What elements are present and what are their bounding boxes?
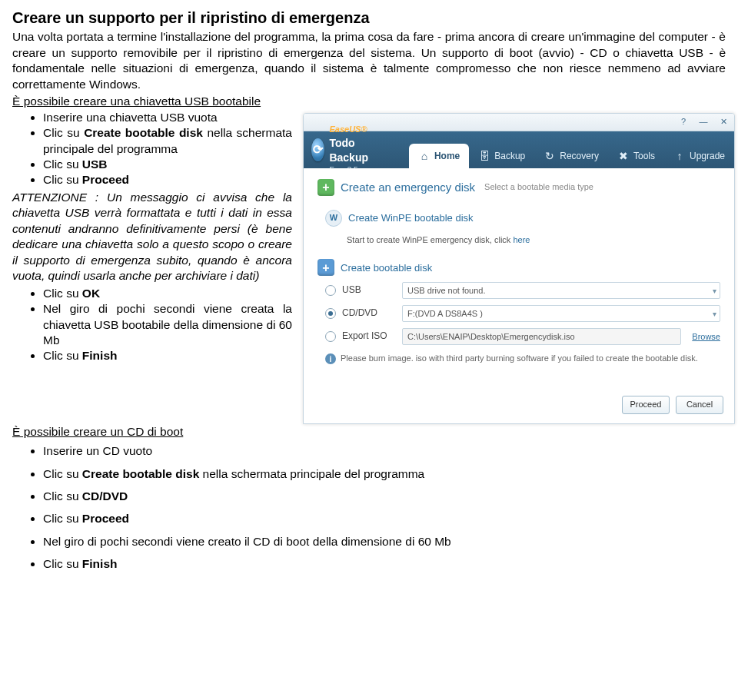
tools-icon: ✖ (617, 151, 630, 163)
tab-tools[interactable]: ✖ Tools (608, 144, 664, 168)
tab-home[interactable]: ⌂ Home (409, 144, 469, 168)
usb-step-2-pre: Clic su (43, 126, 84, 139)
cd-step-2-post: nella schermata principale del programma (199, 467, 424, 480)
radio-cddvd[interactable] (325, 308, 336, 319)
usb-step-7: Clic su Finish (43, 348, 292, 363)
tab-upgrade[interactable]: ↑ Upgrade (664, 144, 734, 168)
cd-step-1: Inserire un CD vuoto (43, 440, 726, 462)
note-text: Please burn image. iso with third party … (341, 353, 698, 364)
content-title: Create an emergency disk (341, 180, 475, 195)
field-cddvd-value: F:(DVD A DS8A4S ) (407, 308, 483, 320)
usb-step-5-bold: OK (82, 287, 100, 300)
usb-step-3-pre: Clic su (43, 158, 82, 171)
cd-step-3-pre: Clic su (43, 489, 82, 503)
usb-step-3: Clic su USB (43, 157, 292, 172)
label-cddvd: CD/DVD (342, 307, 396, 320)
start-text-part: Start to create WinPE emergency disk, cl… (347, 235, 513, 244)
logo-area: ⟳ EaseUS® Todo Backup Free 3.5 (304, 131, 403, 168)
app-window: ? — ✕ ⟳ EaseUS® Todo Backup Free 3.5 (303, 113, 735, 424)
radio-usb[interactable] (325, 285, 336, 296)
app-content: + Create an emergency disk Select a boot… (304, 168, 734, 390)
usb-step-2: Clic su Create bootable disk nella scher… (43, 125, 292, 157)
cd-step-4: Clic su Proceed (43, 507, 726, 529)
brand-name-2: Todo Backup (329, 137, 368, 164)
cd-step-5: Nel giro di pochi secondi viene creato i… (43, 530, 726, 552)
usb-step-5: Clic su OK (43, 286, 292, 301)
home-icon: ⌂ (418, 151, 430, 163)
minimize-icon[interactable]: — (697, 116, 710, 128)
cd-step-2-bold: Create bootable disk (82, 467, 199, 480)
usb-step-4-bold: Proceed (82, 173, 129, 186)
logo-icon: ⟳ (311, 138, 324, 161)
usb-step-6: Nel giro di pochi secondi viene creata l… (43, 301, 292, 348)
tab-upgrade-label: Upgrade (690, 151, 725, 163)
chevron-down-icon[interactable]: ▾ (713, 309, 716, 319)
winpe-icon: W (325, 210, 342, 227)
usb-step-7-bold: Finish (82, 349, 118, 362)
doc-title: Creare un supporto per il ripristino di … (12, 8, 726, 28)
field-usb-value: USB drive not found. (407, 285, 486, 297)
create-bootable-title: Create bootable disk (341, 261, 432, 274)
usb-section-heading: È possibile creare una chiavetta USB boo… (12, 94, 726, 109)
usb-step-1: Inserire una chiavetta USB vuota (43, 110, 292, 125)
app-header: ⟳ EaseUS® Todo Backup Free 3.5 ⌂ Home (304, 131, 734, 168)
recovery-icon: ↻ (544, 151, 556, 163)
start-text: Start to create WinPE emergency disk, cl… (347, 234, 720, 246)
help-icon[interactable]: ? (677, 116, 690, 128)
cd-step-2: Clic su Create bootable disk nella scher… (43, 463, 726, 485)
tab-recovery[interactable]: ↻ Recovery (534, 144, 608, 168)
cd-step-2-pre: Clic su (43, 467, 82, 480)
label-iso: Export ISO (342, 330, 396, 343)
cancel-button[interactable]: Cancel (676, 396, 723, 414)
here-link[interactable]: here (513, 235, 530, 244)
field-usb[interactable]: USB drive not found. ▾ (402, 282, 720, 299)
cd-step-3-bold: CD/DVD (82, 489, 128, 503)
tab-backup-label: Backup (494, 151, 525, 163)
upgrade-icon: ↑ (673, 151, 686, 163)
cd-step-4-bold: Proceed (82, 512, 129, 525)
field-cddvd[interactable]: F:(DVD A DS8A4S ) ▾ (402, 305, 720, 322)
field-iso: C:\Users\ENAIP\Desktop\Emergencydisk.iso (402, 328, 681, 345)
close-icon[interactable]: ✕ (717, 116, 730, 128)
cd-section-heading: È possibile creare un CD di boot (12, 424, 726, 440)
cd-step-6-bold: Finish (82, 557, 118, 570)
plus-icon: + (317, 179, 334, 196)
usb-step-4: Clic su Proceed (43, 172, 292, 187)
backup-icon: 🗄 (478, 151, 490, 163)
cd-step-3: Clic su CD/DVD (43, 485, 726, 507)
tab-tools-label: Tools (633, 151, 655, 163)
usb-step-3-bold: USB (82, 158, 108, 171)
tab-home-label: Home (434, 151, 460, 163)
tab-recovery-label: Recovery (560, 151, 599, 163)
chevron-down-icon[interactable]: ▾ (713, 286, 716, 296)
radio-iso[interactable] (325, 331, 336, 342)
cd-step-6-pre: Clic su (43, 557, 82, 570)
usb-step-4-pre: Clic su (43, 173, 82, 186)
brand-name-1: EaseUS® (329, 124, 367, 134)
usb-warning: ATTENZIONE : Un messaggio ci avvisa che … (12, 190, 292, 284)
app-footer: Proceed Cancel (304, 390, 734, 423)
doc-paragraph-intro: Una volta portata a termine l'installazi… (12, 29, 726, 92)
winpe-label: Create WinPE bootable disk (348, 211, 474, 224)
content-hint: Select a bootable media type (484, 181, 593, 193)
usb-step-7-pre: Clic su (43, 349, 82, 362)
tab-backup[interactable]: 🗄 Backup (469, 144, 534, 168)
nav-tabs: ⌂ Home 🗄 Backup ↻ Recovery ✖ Tools (409, 131, 734, 168)
label-usb: USB (342, 284, 396, 297)
browse-link[interactable]: Browse (692, 331, 720, 343)
info-icon: i (325, 353, 336, 364)
usb-step-2-bold: Create bootable disk (84, 126, 203, 139)
winpe-option[interactable]: W Create WinPE bootable disk (325, 210, 720, 227)
plus-icon-2: + (317, 259, 334, 276)
usb-step-5-pre: Clic su (43, 287, 82, 300)
field-iso-value: C:\Users\ENAIP\Desktop\Emergencydisk.iso (407, 331, 575, 343)
proceed-button[interactable]: Proceed (622, 396, 670, 414)
cd-step-6: Clic su Finish (43, 552, 726, 575)
cd-step-4-pre: Clic su (43, 512, 82, 525)
